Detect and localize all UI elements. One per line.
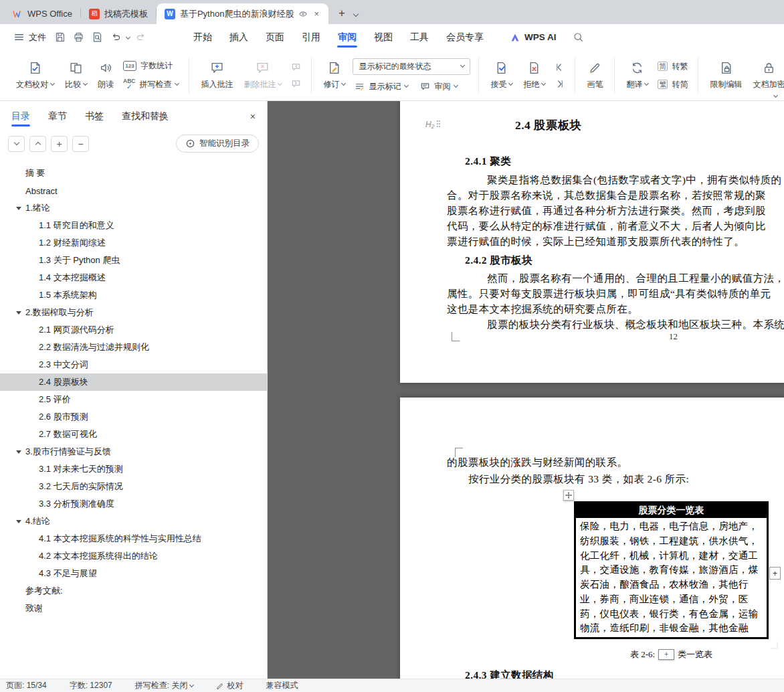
status-page-indicator[interactable]: 页面: 15/34 xyxy=(6,680,47,691)
tab-docer-template[interactable]: 稻 找稿壳模板 xyxy=(81,3,156,24)
document-page-12[interactable]: H₂ 2.4 股票板块 2.4.1 聚类 聚类是指将总数据集合(包括数字或者文字… xyxy=(400,101,784,383)
collapse-chevron-icon[interactable] xyxy=(16,207,21,210)
sidebar-tab-find-replace[interactable]: 查找和替换 xyxy=(122,102,169,131)
markup-state-select[interactable]: 显示标记的最终状态 xyxy=(353,58,470,75)
to-simplified-button[interactable]: 繁 转简 xyxy=(656,78,690,91)
print-preview-button[interactable] xyxy=(88,29,106,46)
sidebar-tab-chapter[interactable]: 章节 xyxy=(48,102,67,131)
menu-tab-tools[interactable]: 工具 xyxy=(401,25,437,50)
menu-tab-review[interactable]: 审阅 xyxy=(329,25,365,50)
toc-item-chapter[interactable]: 2.数据榨取与分析 xyxy=(0,304,267,321)
toc-item-chapter[interactable]: 4.结论 xyxy=(0,513,267,530)
show-markup-button[interactable]: 显示标记 xyxy=(353,80,410,93)
accept-button[interactable]: 接受 xyxy=(485,58,518,93)
toc-item[interactable]: 2.3 中文分词 xyxy=(0,356,267,373)
review-panel-button[interactable]: 审阅 xyxy=(418,80,460,93)
toc-item[interactable]: 3.3 分析预测准确度 xyxy=(0,495,267,513)
collapse-chevron-icon[interactable] xyxy=(16,450,21,454)
table-move-handle[interactable] xyxy=(563,490,574,501)
document-canvas[interactable]: H₂ 2.4 股票板块 2.4.1 聚类 聚类是指将总数据集合(包括数字或者文字… xyxy=(268,101,784,679)
undo-button[interactable] xyxy=(107,29,124,46)
margin-adjust-plus-button[interactable]: + xyxy=(769,567,781,580)
document-page-13[interactable]: 的股票板块的涨跌与财经新闻的联系。 按行业分类的股票板块有 33 类，如表 2-… xyxy=(400,398,784,679)
file-menu-button[interactable]: 文件 xyxy=(9,29,50,46)
to-traditional-button[interactable]: 简 转繁 xyxy=(656,60,690,73)
toc-item[interactable]: 摘 要 xyxy=(0,165,267,182)
toc-item[interactable]: 1.5 本系统架构 xyxy=(0,286,267,304)
collapse-chevron-icon[interactable] xyxy=(16,311,21,315)
toc-item[interactable]: 4.3 不足与展望 xyxy=(0,565,267,582)
toc-item[interactable]: 2.6 股市预测 xyxy=(0,408,267,426)
drag-handle-icon[interactable] xyxy=(437,120,441,128)
toc-item[interactable]: 1.3 关于 Python 爬虫 xyxy=(0,252,267,269)
toc-item[interactable]: 4.1 本文本挖掘系统的科学性与实用性总结 xyxy=(0,530,267,547)
toc-collapse-up-button[interactable] xyxy=(29,136,46,152)
encrypt-document-button[interactable]: 文档加密 xyxy=(747,58,784,93)
toc-expand-down-button[interactable] xyxy=(8,136,25,152)
markup-state-value: 显示标记的最终状态 xyxy=(359,61,431,72)
menu-tab-view[interactable]: 视图 xyxy=(365,25,401,50)
caption-plus-button[interactable]: + xyxy=(658,649,674,660)
insert-comment-button[interactable]: 插入批注 xyxy=(195,58,238,93)
close-tab-icon[interactable]: × xyxy=(312,9,320,19)
toc-item-chapter[interactable]: 1.绪论 xyxy=(0,199,267,217)
toc-item[interactable]: 2.7 数据可视化 xyxy=(0,426,267,443)
translate-button[interactable]: 翻译 xyxy=(621,58,654,93)
toc-item[interactable]: 参考文献: xyxy=(0,582,267,600)
tab-list-chevron-icon[interactable] xyxy=(353,11,359,17)
spell-check-button[interactable]: ABC✓ 拼写检查 xyxy=(121,78,181,91)
sidebar-tab-toc[interactable]: 目录 xyxy=(11,102,30,131)
toc-item[interactable]: 致谢 xyxy=(0,600,267,617)
doc-proof-button[interactable]: 文档校对 xyxy=(11,58,60,93)
smart-recognize-toc-button[interactable]: 智能识别目录 xyxy=(176,135,259,153)
wps-ai-button[interactable]: WPS AI xyxy=(510,32,557,43)
toc-item-chapter[interactable]: 3.股市行情验证与反馈 xyxy=(0,443,267,460)
new-tab-button[interactable]: + xyxy=(334,5,350,21)
toc-item[interactable]: 1.1 研究目的和意义 xyxy=(0,217,267,234)
resize-corner-icon[interactable] xyxy=(771,642,778,649)
sidebar-close-icon[interactable]: × xyxy=(250,111,256,122)
track-changes-button[interactable]: 修订 xyxy=(318,58,351,93)
sidebar-tab-bookmark[interactable]: 书签 xyxy=(85,102,104,131)
read-aloud-button[interactable]: 朗读 xyxy=(92,58,119,93)
toc-zoom-in-button[interactable]: + xyxy=(51,136,68,152)
toc-item[interactable]: 2.1 网页源代码分析 xyxy=(0,321,267,339)
toc-item[interactable]: 1.2 财经新闻综述 xyxy=(0,234,267,252)
status-spell-check[interactable]: 拼写检查: 关闭 xyxy=(135,680,194,691)
toc-item[interactable]: 1.4 文本挖掘概述 xyxy=(0,269,267,286)
print-button[interactable] xyxy=(70,29,87,46)
heading-level-marker[interactable]: H₂ xyxy=(425,120,441,129)
toc-item[interactable]: 3.1 对未来七天的预测 xyxy=(0,460,267,478)
menu-tab-home[interactable]: 开始 xyxy=(185,25,221,50)
collapse-ribbon-chevron-icon[interactable] xyxy=(773,93,778,98)
collapse-chevron-icon[interactable] xyxy=(16,520,21,523)
menu-tab-reference[interactable]: 引用 xyxy=(293,25,329,50)
status-proofread-button[interactable]: 校对 xyxy=(216,680,243,691)
toc-item[interactable]: 2.5 评价 xyxy=(0,391,267,408)
word-count-button[interactable]: 123 字数统计 xyxy=(121,60,181,72)
stock-category-table[interactable]: 股票分类一览表 保险，电力，电器，电子信息，房地产，纺织服装，钢铁，工程建筑，供… xyxy=(574,501,769,639)
tab-wps-office[interactable]: WPS Office xyxy=(4,3,80,24)
status-word-count[interactable]: 字数: 12307 xyxy=(70,680,112,691)
tab-document-active[interactable]: W 基于Python爬虫的新浪财经股 × xyxy=(157,3,328,24)
ink-pen-button[interactable]: 画笔 xyxy=(581,58,608,93)
menu-tab-page[interactable]: 页面 xyxy=(257,25,293,50)
menu-tab-insert[interactable]: 插入 xyxy=(221,25,257,50)
toc-item[interactable]: 3.2 七天后的实际情况 xyxy=(0,478,267,495)
restrict-editing-button[interactable]: 限制编辑 xyxy=(704,58,747,93)
toc-item[interactable]: 4.2 本文本挖掘系统得出的结论 xyxy=(0,547,267,565)
search-button[interactable] xyxy=(570,29,587,46)
status-compatibility-mode[interactable]: 兼容模式 xyxy=(266,680,298,691)
next-change-button[interactable] xyxy=(553,78,567,90)
toc-item[interactable]: 2.2 数据清洗与过滤并规则化 xyxy=(0,339,267,356)
menu-tab-member[interactable]: 会员专享 xyxy=(437,25,492,50)
toc-zoom-out-button[interactable]: − xyxy=(72,136,89,152)
reject-button[interactable]: 拒绝 xyxy=(518,58,551,93)
compare-button[interactable]: 比较 xyxy=(60,58,92,93)
toc-item-label: 3.1 对未来七天的预测 xyxy=(39,463,123,475)
toc-item[interactable]: Abstract xyxy=(0,182,267,199)
undo-history-chevron-icon[interactable] xyxy=(126,35,130,39)
previous-change-button[interactable] xyxy=(553,62,567,73)
save-button[interactable] xyxy=(51,29,68,46)
toc-item-selected[interactable]: 2.4 股票板块 xyxy=(0,373,267,391)
